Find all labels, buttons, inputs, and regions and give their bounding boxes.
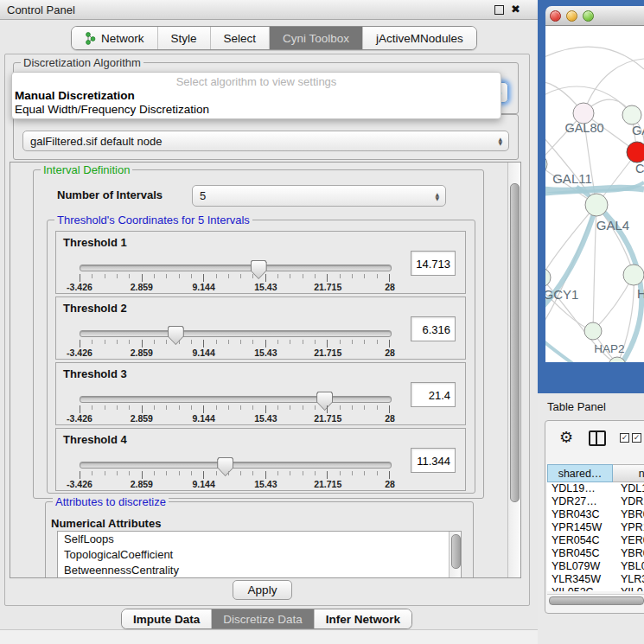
table-row[interactable]: YDL19…YDL1: [547, 482, 644, 495]
network-view-window: GAL80 GA C GAL11 GAL4 GCY1 H HAP2: [538, 0, 644, 393]
threshold-2-value-field[interactable]: 6.316: [411, 316, 456, 341]
number-of-intervals-combo[interactable]: 5 ▲▼: [192, 185, 446, 207]
bottom-strip: [0, 629, 538, 644]
slider-tick-labels: -3.4262.8599.14415.4321.71528: [80, 479, 390, 489]
checkbox-icon[interactable]: ✓: [620, 433, 629, 443]
list-item[interactable]: SelfLoops: [58, 532, 461, 547]
threshold-4-value-field[interactable]: 11.344: [411, 448, 456, 473]
tab-select[interactable]: Select: [210, 27, 270, 49]
tab-discretize-data[interactable]: Discretize Data: [211, 609, 314, 628]
slider-tick-labels: -3.4262.8599.14415.4321.71528: [80, 282, 390, 292]
node-label-gal4: GAL4: [596, 218, 629, 233]
settings-scroll-pane: Interval Definition Number of Intervals …: [10, 162, 521, 578]
float-window-icon[interactable]: [494, 5, 504, 15]
list-scrollbar[interactable]: [449, 532, 461, 578]
scrollbar-thumb[interactable]: [549, 596, 644, 605]
tab-style[interactable]: Style: [157, 27, 210, 49]
threshold-1-slider-track[interactable]: [80, 265, 392, 271]
table-row[interactable]: YLR345WYLR3: [547, 573, 644, 586]
dropdown-placeholder-item[interactable]: Select algorithm to view settings: [12, 75, 501, 88]
table-row[interactable]: YPR145WYPR1: [547, 521, 644, 534]
network-node[interactable]: [623, 265, 644, 285]
threshold-2-slider-track[interactable]: [80, 330, 392, 337]
top-tab-bar: Network Style Select Cyni Toolbox jActiv…: [71, 26, 477, 50]
column-header-name[interactable]: name: [613, 464, 644, 482]
tab-impute-data[interactable]: Impute Data: [122, 609, 211, 628]
table-panel-title: Table Panel: [547, 400, 606, 413]
threshold-3-value-field[interactable]: 21.4: [411, 382, 456, 407]
bottom-tab-bar: Impute Data Discretize Data Infer Networ…: [121, 609, 412, 629]
combo-spinner-icon: ▲▼: [498, 131, 502, 150]
table-row[interactable]: YBL079WYBL0: [547, 560, 644, 573]
minimize-traffic-light[interactable]: [566, 10, 577, 22]
close-icon[interactable]: ✖: [511, 3, 520, 16]
algorithm-dropdown-popup: Select algorithm to view settings Manual…: [11, 72, 501, 119]
cyni-toolbox-panel: Discretization Algorithm ▲▼ Table Data g…: [4, 54, 530, 606]
table-row[interactable]: YDR27…YDR2: [547, 495, 644, 508]
tab-jactivemnodules[interactable]: jActiveMNodules: [362, 27, 476, 49]
table-row[interactable]: YIL052CYIL0: [547, 586, 644, 591]
table-row[interactable]: YBR045CYBR0: [547, 547, 644, 560]
network-graph: GAL80 GA C GAL11 GAL4 GCY1 H HAP2: [545, 26, 644, 362]
network-node-gcy1[interactable]: [545, 268, 551, 287]
numerical-attributes-label: Numerical Attributes: [51, 517, 161, 530]
slider-ticks: [80, 471, 390, 479]
combo-spinner-icon: ▲▼: [435, 186, 439, 206]
checkbox-icon[interactable]: ✓: [632, 433, 641, 443]
list-item[interactable]: TopologicalCoefficient: [58, 547, 461, 563]
node-label-gcy1: GCY1: [545, 287, 578, 302]
slider-tick-labels: -3.4262.8599.14415.4321.71528: [80, 348, 390, 358]
threshold-4-slider-track[interactable]: [80, 462, 392, 469]
slider-tick-labels: -3.4262.8599.14415.4321.71528: [80, 413, 390, 424]
threshold-3-slider-track[interactable]: [80, 396, 392, 403]
table-header-row: shared… name: [547, 464, 644, 482]
table-row[interactable]: YER054CYER0: [547, 534, 644, 547]
node-label-cut: H: [637, 287, 644, 301]
node-label-gal11: GAL11: [552, 171, 592, 186]
table-data-group: Table Data galFiltered.sif default node …: [13, 114, 519, 160]
node-label-cut: GA: [632, 124, 644, 137]
node-label-cut: C: [635, 162, 644, 175]
network-node-hap2[interactable]: [584, 322, 602, 340]
threshold-1-panel: Threshold 1 -3.4262.8599.14415.4321.7152…: [55, 231, 466, 294]
threshold-2-panel: Threshold 2 -3.4262.8599.14415.4321.7152…: [55, 296, 466, 360]
zoom-traffic-light[interactable]: [583, 10, 594, 22]
slider-ticks: [80, 340, 390, 348]
tab-infer-network[interactable]: Infer Network: [314, 609, 411, 628]
tab-cyni-toolbox[interactable]: Cyni Toolbox: [269, 27, 362, 49]
network-node-gal4[interactable]: [585, 194, 608, 216]
number-of-intervals-label: Number of Intervals: [57, 188, 163, 201]
settings-scrollbar[interactable]: [507, 163, 520, 577]
apply-button[interactable]: Apply: [233, 580, 292, 600]
threshold-1-value-field[interactable]: 14.713: [411, 251, 456, 276]
table-row[interactable]: YBR043CYBR0: [547, 508, 644, 521]
table-panel: Table Panel ⚙ ✓ ✓ shared… name YDL19…YDL…: [538, 393, 644, 644]
network-node-selected-red[interactable]: [627, 142, 644, 163]
table-data-combo[interactable]: galFiltered.sif default node ▲▼: [22, 131, 509, 151]
threshold-3-panel: Threshold 3 -3.4262.8599.14415.4321.7152…: [55, 362, 466, 425]
tab-network-label: Network: [101, 32, 144, 45]
close-traffic-light[interactable]: [550, 10, 561, 22]
network-canvas[interactable]: GAL80 GA C GAL11 GAL4 GCY1 H HAP2: [545, 26, 644, 362]
node-label-hap2: HAP2: [594, 342, 624, 355]
list-item[interactable]: BetweennessCentrality: [58, 563, 461, 578]
table-horizontal-scrollbar[interactable]: [547, 594, 644, 604]
table-rows: YDL19…YDL1 YDR27…YDR2 YBR043CYBR0 YPR145…: [547, 482, 644, 591]
dropdown-item-manual-discretization[interactable]: Manual Discretization: [15, 89, 135, 102]
network-icon: [85, 32, 96, 45]
panel-title: Control Panel: [7, 3, 75, 16]
numerical-attributes-list: SelfLoops TopologicalCoefficient Between…: [57, 531, 462, 578]
dropdown-item-equal-width[interactable]: Equal Width/Frequency Discretization: [15, 103, 209, 116]
slider-ticks: [80, 274, 390, 282]
node-table-box: ⚙ ✓ ✓ shared… name YDL19…YDL1 YDR27…YDR2…: [545, 420, 644, 614]
table-data-value: galFiltered.sif default node: [30, 135, 162, 148]
gear-icon[interactable]: ⚙: [559, 428, 573, 446]
node-label-gal80: GAL80: [564, 121, 603, 135]
network-node[interactable]: [622, 105, 641, 124]
intervals-value: 5: [200, 189, 206, 202]
split-columns-icon[interactable]: [589, 430, 606, 446]
tab-network[interactable]: Network: [72, 27, 157, 49]
slider-ticks: [80, 405, 390, 413]
network-window-titlebar[interactable]: [545, 6, 644, 26]
column-header-shared-name[interactable]: shared…: [547, 464, 613, 482]
